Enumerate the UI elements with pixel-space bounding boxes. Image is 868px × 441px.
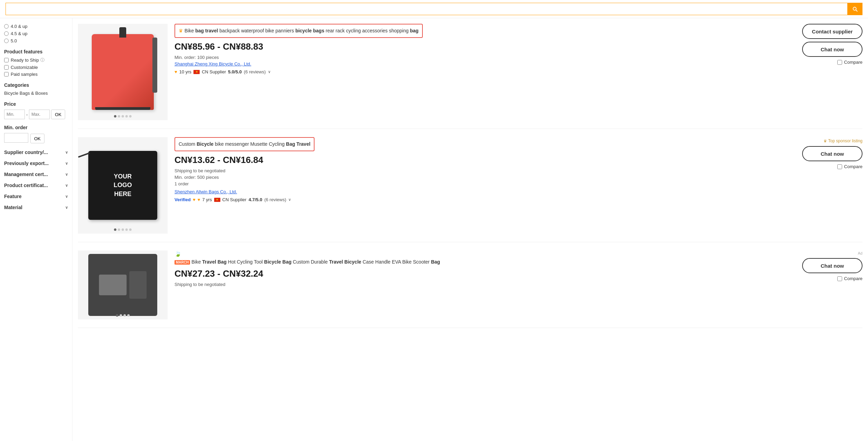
contact-supplier-button-1[interactable]: Contact supplier bbox=[802, 24, 862, 39]
search-bar: bicycle travel bag bbox=[0, 0, 868, 18]
supplier-country-header[interactable]: Supplier country/... ∨ bbox=[4, 150, 68, 155]
reviews-1: (6 reviews) bbox=[244, 69, 266, 74]
compare-label-1[interactable]: Compare bbox=[844, 60, 862, 65]
product-cert-header[interactable]: Product certificat... ∨ bbox=[4, 183, 68, 188]
heart-icon-2a: ♥ bbox=[193, 197, 196, 202]
supplier-country-title: Supplier country/... bbox=[4, 150, 48, 155]
image-dots-1 bbox=[114, 115, 132, 117]
rating-5[interactable]: 5.0 bbox=[4, 38, 68, 43]
ad-label: Ad bbox=[858, 251, 862, 255]
search-button[interactable] bbox=[847, 3, 862, 15]
categories-section: Categories Bicycle Bags & Boxes bbox=[4, 82, 68, 96]
main-layout: 4.0 & up 4.5 & up 5.0 Product features R… bbox=[0, 18, 868, 441]
product-area: ♛Bike bag travel backpack waterproof bik… bbox=[72, 18, 868, 441]
product-card-2: YOUR LOGO HERE Custo bbox=[78, 137, 862, 242]
product-price-1: CN¥85.96 - CN¥88.83 bbox=[174, 41, 794, 52]
product-card-3: 🍃 MARCHBike Travel Bag Hot Cycling Tool … bbox=[78, 250, 862, 328]
compare-wrap-3: Compare bbox=[837, 276, 862, 281]
rating-1: 5.0/5.0 bbox=[228, 69, 242, 74]
previously-export-title: Previously export... bbox=[4, 161, 49, 166]
product-orders-2: 1 order bbox=[174, 181, 794, 186]
crown-icon-1: ♛ bbox=[179, 28, 183, 33]
product-shipping-2: Shipping to be negotiated bbox=[174, 168, 794, 173]
dot bbox=[129, 228, 132, 231]
chat-now-button-1[interactable]: Chat now bbox=[802, 42, 862, 57]
product-info-2: Custom Bicycle bike messenger Musette Cy… bbox=[174, 137, 794, 234]
reviews-chevron-1: ∨ bbox=[268, 70, 271, 74]
product-info-3: 🍃 MARCHBike Travel Bag Hot Cycling Tool … bbox=[174, 250, 794, 319]
min-order-ok-button[interactable]: OK bbox=[30, 134, 44, 143]
product-cert-chevron: ∨ bbox=[65, 183, 68, 188]
top-sponsor-text: Top sponsor listing bbox=[828, 139, 862, 143]
customizable-checkbox[interactable] bbox=[4, 65, 9, 70]
flag-cn-2: ★ bbox=[214, 198, 220, 202]
management-cert-header[interactable]: Management cert... ∨ bbox=[4, 172, 68, 177]
feature-title: Feature bbox=[4, 194, 22, 199]
dot bbox=[123, 314, 126, 317]
rating-5-radio[interactable] bbox=[4, 39, 9, 43]
material-chevron: ∨ bbox=[65, 205, 68, 210]
product-image-2[interactable]: YOUR LOGO HERE bbox=[78, 137, 168, 234]
compare-checkbox-2[interactable] bbox=[837, 164, 842, 169]
dot bbox=[118, 115, 120, 117]
chat-now-button-2[interactable]: Chat now bbox=[802, 146, 862, 161]
product-price-3: CN¥27.23 - CN¥32.24 bbox=[174, 268, 794, 279]
rating-45up-radio[interactable] bbox=[4, 31, 9, 36]
rating-2: 4.7/5.0 bbox=[249, 197, 262, 202]
price-max-input[interactable] bbox=[29, 110, 50, 119]
dot bbox=[118, 228, 120, 231]
product-shipping-3: Shipping to be negotiated bbox=[174, 282, 794, 287]
supplier-years-2: 7 yrs bbox=[202, 197, 212, 202]
reviews-2: (6 reviews) bbox=[264, 197, 286, 202]
paid-samples-checkbox[interactable] bbox=[4, 72, 9, 76]
product-features-section: Product features Ready to Ship ⓘ Customi… bbox=[4, 49, 68, 77]
product-min-order-1: Min. order: 100 pieces bbox=[174, 55, 794, 60]
rating-45up[interactable]: 4.5 & up bbox=[4, 31, 68, 36]
min-order-input[interactable] bbox=[4, 133, 28, 143]
product-cert-title: Product certificat... bbox=[4, 183, 48, 188]
search-icon bbox=[852, 6, 858, 12]
chat-now-button-3[interactable]: Chat now bbox=[802, 258, 862, 273]
feature-chevron: ∨ bbox=[65, 194, 68, 199]
ready-to-ship-checkbox[interactable] bbox=[4, 58, 9, 62]
category-bicycle-bags[interactable]: Bicycle Bags & Boxes bbox=[4, 91, 68, 96]
compare-label-3[interactable]: Compare bbox=[844, 276, 862, 281]
ready-to-ship-info-icon: ⓘ bbox=[40, 57, 44, 63]
product-title-box-2: Custom Bicycle bike messenger Musette Cy… bbox=[174, 137, 315, 151]
compare-checkbox-3[interactable] bbox=[837, 276, 842, 281]
previously-export-header[interactable]: Previously export... ∨ bbox=[4, 161, 68, 166]
rating-4up[interactable]: 4.0 & up bbox=[4, 24, 68, 29]
search-input[interactable]: bicycle travel bag bbox=[6, 3, 847, 15]
dot bbox=[122, 228, 124, 231]
feature-ready-to-ship[interactable]: Ready to Ship ⓘ bbox=[4, 57, 68, 63]
feature-section: Feature ∨ bbox=[4, 194, 68, 199]
product-title-2: Custom Bicycle bike messenger Musette Cy… bbox=[179, 141, 310, 147]
material-header[interactable]: Material ∨ bbox=[4, 205, 68, 210]
feature-customizable[interactable]: Customizable bbox=[4, 65, 68, 70]
price-ok-button[interactable]: OK bbox=[51, 110, 65, 119]
image-dots-3 bbox=[116, 314, 130, 317]
paid-samples-label: Paid samples bbox=[11, 72, 38, 77]
product-image-3[interactable] bbox=[78, 250, 168, 319]
bag-image-red bbox=[92, 34, 154, 110]
product-title-3: MARCHBike Travel Bag Hot Cycling Tool Bi… bbox=[174, 259, 440, 265]
compare-label-2[interactable]: Compare bbox=[844, 164, 862, 169]
compare-checkbox-1[interactable] bbox=[837, 60, 842, 65]
sidebar: 4.0 & up 4.5 & up 5.0 Product features R… bbox=[0, 18, 72, 441]
product-info-1: ♛Bike bag travel backpack waterproof bik… bbox=[174, 24, 794, 120]
feature-header[interactable]: Feature ∨ bbox=[4, 194, 68, 199]
supplier-type-1: CN Supplier bbox=[202, 69, 226, 74]
dot bbox=[126, 115, 128, 117]
product-title-1: ♛Bike bag travel backpack waterproof bik… bbox=[179, 28, 419, 33]
feature-paid-samples[interactable]: Paid samples bbox=[4, 72, 68, 77]
product-title-box-1: ♛Bike bag travel backpack waterproof bik… bbox=[174, 24, 423, 38]
verified-badge-2: Verified bbox=[174, 197, 191, 202]
ready-to-ship-label: Ready to Ship bbox=[11, 58, 39, 63]
supplier-link-2[interactable]: Shenzhen Allwin Bags Co., Ltd. bbox=[174, 189, 794, 194]
previously-export-section: Previously export... ∨ bbox=[4, 161, 68, 166]
product-features-title: Product features bbox=[4, 49, 68, 54]
product-image-1[interactable] bbox=[78, 24, 168, 120]
price-min-input[interactable] bbox=[4, 110, 25, 119]
supplier-link-1[interactable]: Shanghai Zheng Xing Bicycle Co., Ltd. bbox=[174, 61, 794, 66]
rating-4up-radio[interactable] bbox=[4, 24, 9, 29]
